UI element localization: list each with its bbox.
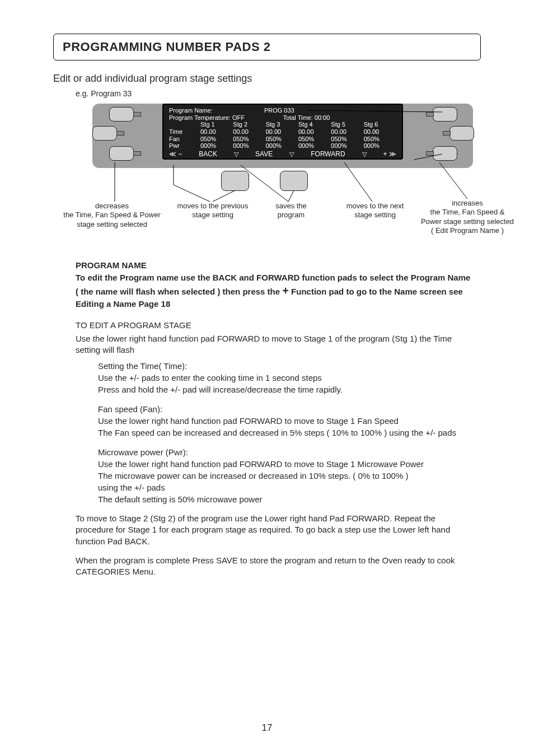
bar	[426, 151, 434, 156]
program-name-heading: PROGRAM NAME	[76, 260, 475, 270]
display-cell: 00.00	[298, 128, 331, 136]
minus-back-icon: ≪ −	[169, 151, 182, 158]
display-cell: 000%	[266, 142, 298, 150]
program-name-para: To edit the Program name use the BACK an…	[76, 272, 475, 310]
display-cell: 00.00	[364, 128, 396, 136]
forward-label: FORWARD	[311, 151, 345, 158]
plus-fwd-icon: + ≫	[383, 151, 396, 158]
pad-mid-right[interactable]	[449, 126, 474, 141]
pad-bottom-center-left[interactable]	[221, 171, 249, 191]
bar	[116, 131, 124, 136]
edit-stage-heading: TO EDIT A PROGRAM STAGE	[76, 320, 475, 330]
pad-bottom-left[interactable]	[109, 146, 134, 161]
bar	[426, 112, 434, 116]
annotation-previous: moves to the previous stage setting	[168, 202, 257, 220]
oven-display: Program Name: PROG 033 Program Temperatu…	[162, 104, 403, 160]
display-cell: 00.00	[331, 128, 363, 136]
display-cell: 050%	[266, 136, 298, 143]
bar	[133, 112, 141, 116]
bar	[133, 151, 141, 156]
back-label: BACK	[199, 151, 217, 158]
display-cell: 050%	[200, 136, 233, 143]
display-cell: Stg 5	[331, 121, 363, 128]
control-panel-diagram: Program Name: PROG 033 Program Temperatu…	[67, 98, 487, 249]
panel-body: Program Name: PROG 033 Program Temperatu…	[92, 104, 473, 168]
display-cell: 050%	[331, 136, 363, 143]
svg-line-3	[213, 190, 235, 202]
display-cell: 050%	[233, 136, 265, 143]
section-subhead: Edit or add individual program stage set…	[53, 73, 481, 85]
pad-mid-left[interactable]	[92, 126, 117, 141]
body-text: PROGRAM NAME To edit the Program name us…	[76, 260, 475, 577]
plus-icon: +	[282, 284, 289, 297]
display-cell: 000%	[331, 142, 363, 150]
display-cell: 00.00	[233, 128, 265, 136]
display-cell: Stg 3	[266, 121, 298, 128]
display-cell: Stg 4	[298, 121, 331, 128]
display-cell: Stg 1	[200, 121, 233, 128]
display-cell: Stg 6	[364, 121, 396, 128]
tail-para-2: When the program is complete Press SAVE …	[76, 555, 475, 578]
display-prog-name-value: PROG 033	[264, 107, 294, 114]
display-cell: Stg 2	[233, 121, 265, 128]
page-title: PROGRAMMING NUMBER PADS 2	[63, 40, 471, 54]
page-number: 17	[0, 722, 534, 734]
display-cell: 050%	[364, 136, 396, 143]
annotation-decrease: decreases the Time, Fan Speed & Power st…	[50, 202, 174, 229]
save-label: SAVE	[255, 151, 273, 158]
example-label: e.g. Program 33	[76, 89, 481, 98]
display-fan-label: Fan	[169, 136, 200, 143]
display-cell: 000%	[298, 142, 331, 150]
pad-top-left[interactable]	[109, 107, 134, 122]
pwr-block: Microwave power (Pwr): Use the lower rig…	[98, 446, 475, 505]
page-heading-box: PROGRAMMING NUMBER PADS 2	[53, 34, 481, 60]
display-time-label: Time	[169, 128, 200, 136]
annotation-next: moves to the next stage setting	[330, 202, 420, 220]
display-cell: 000%	[364, 142, 396, 150]
display-prog-temp: Program Temperature: OFF	[169, 114, 245, 122]
display-total-time: Total Time: 00:00	[283, 114, 330, 122]
display-cell: 00.00	[266, 128, 298, 136]
display-prog-name-label: Program Name:	[169, 107, 213, 114]
pad-bottom-right[interactable]	[433, 146, 457, 161]
svg-line-5	[288, 190, 294, 202]
fan-block: Fan speed (Fan): Use the lower right han…	[98, 403, 475, 438]
bar	[443, 131, 451, 136]
svg-line-2	[174, 185, 210, 202]
annotation-increase: increases the Time, Fan Speed & Power st…	[417, 199, 518, 235]
time-block: Setting the Time( Time): Use the +/- pad…	[98, 360, 475, 395]
display-cell: 000%	[200, 142, 233, 150]
svg-line-6	[344, 162, 372, 202]
annotation-save: saves the program	[257, 202, 325, 220]
display-cell: 000%	[233, 142, 265, 150]
display-pwr-label: Pwr	[169, 142, 200, 150]
pad-top-right[interactable]	[433, 107, 457, 122]
display-cell: 050%	[298, 136, 331, 143]
pad-bottom-center-right[interactable]	[280, 171, 308, 191]
tail-para-1: To move to Stage 2 (Stg 2) of the progra…	[76, 513, 475, 547]
edit-stage-para: Use the lower right hand function pad FO…	[76, 333, 475, 356]
display-cell: 00.00	[200, 128, 233, 136]
